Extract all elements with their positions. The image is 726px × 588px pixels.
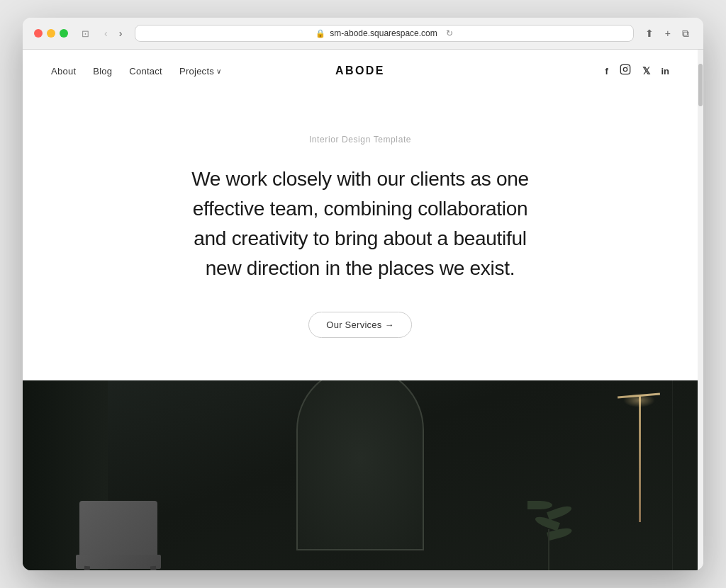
svg-rect-0 [620,64,630,74]
browser-chrome: ⊡ ‹ › 🔒 sm-abode.squarespace.com ↻ ⬆ + ⧉ [23,18,703,50]
chair [72,487,172,570]
close-button[interactable] [34,29,43,38]
nav-controls: ‹ › [100,26,126,40]
plant [527,501,570,570]
url-text: sm-abode.squarespace.com [330,28,437,38]
nav-projects[interactable]: Projects ∨ [179,66,221,77]
arch-mirror [296,380,424,550]
hero-title: We work closely with our clients as one … [176,164,544,283]
forward-button[interactable]: › [115,26,127,40]
nav-contact[interactable]: Contact [129,66,162,77]
dark-interior-section [23,380,698,570]
hero-section: Interior Design Template We work closely… [23,92,698,380]
hero-subtitle: Interior Design Template [309,135,411,145]
lock-icon: 🔒 [315,29,325,38]
social-icons: f 𝕏 in [605,64,669,78]
facebook-icon[interactable]: f [605,66,608,77]
site-logo: ABODE [335,64,385,77]
address-bar[interactable]: 🔒 sm-abode.squarespace.com ↻ [135,25,633,42]
cta-button[interactable]: Our Services → [308,312,411,338]
svg-point-2 [627,67,628,67]
chair-back [79,501,157,558]
minimize-button[interactable] [47,29,55,38]
nav-blog[interactable]: Blog [93,66,112,77]
fullscreen-button[interactable] [60,29,68,38]
browser-actions: ⬆ + ⧉ [642,26,692,41]
browser-content: About Blog Contact Projects ∨ ABODE f [23,50,703,570]
site-nav: About Blog Contact Projects ∨ [51,66,221,77]
window-controls: ⊡ [79,28,91,40]
sidebar-toggle-icon[interactable]: ⊡ [79,28,91,40]
svg-point-1 [623,67,627,71]
reload-icon[interactable]: ↻ [446,28,453,38]
nav-about[interactable]: About [51,66,76,77]
floor-lamp [639,395,641,522]
back-button[interactable]: ‹ [100,26,112,40]
new-tab-icon[interactable]: + [662,26,674,41]
browser-window: ⊡ ‹ › 🔒 sm-abode.squarespace.com ↻ ⬆ + ⧉… [23,18,703,570]
scrollbar[interactable] [698,50,703,570]
wall-line [672,380,673,570]
tabs-icon[interactable]: ⧉ [679,26,692,41]
lamp-glow [623,393,655,407]
page-content: About Blog Contact Projects ∨ ABODE f [23,50,698,570]
share-icon[interactable]: ⬆ [642,26,657,41]
scrollbar-thumb[interactable] [698,64,703,106]
traffic-lights [34,29,68,38]
instagram-icon[interactable] [620,64,631,78]
site-header: About Blog Contact Projects ∨ ABODE f [23,50,698,92]
chevron-down-icon: ∨ [216,67,221,75]
twitter-icon[interactable]: 𝕏 [642,65,650,77]
linkedin-icon[interactable]: in [661,66,669,77]
interior-scene [23,380,698,570]
